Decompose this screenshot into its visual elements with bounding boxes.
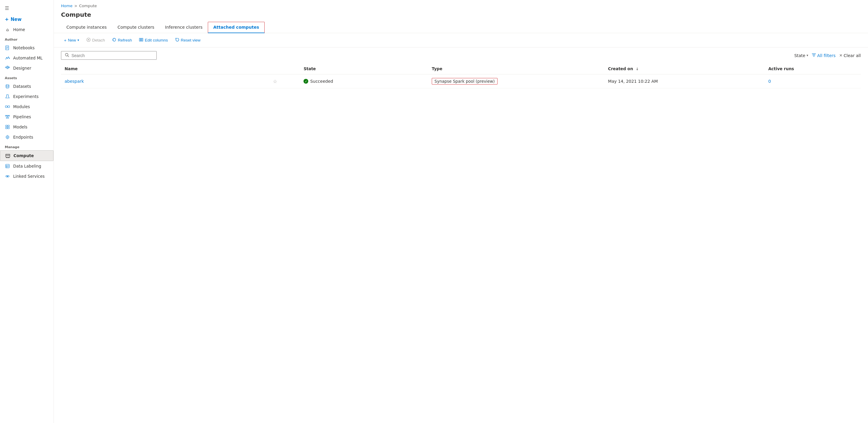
search-icon (65, 53, 69, 58)
svg-rect-6 (7, 66, 8, 67)
sidebar-item-data-labeling[interactable]: Data Labeling (0, 161, 54, 171)
favorite-star-icon[interactable]: ☆ (273, 78, 277, 84)
author-section-label: Author (0, 35, 54, 43)
svg-rect-47 (142, 38, 143, 41)
cell-state: ✓ Succeeded (300, 74, 428, 89)
search-input[interactable] (71, 53, 153, 58)
compute-icon (5, 153, 10, 158)
sidebar-item-modules[interactable]: Modules (0, 102, 54, 112)
sidebar-item-datasets[interactable]: Datasets (0, 81, 54, 91)
sidebar-item-notebooks[interactable]: Notebooks (0, 43, 54, 53)
clear-all-label: Clear all (844, 53, 861, 58)
compute-name-link[interactable]: abespark (65, 79, 84, 84)
new-toolbar-button[interactable]: + New ▾ (61, 36, 82, 44)
table-row: abespark ☆ ✓ Succeeded Synapse Spark poo… (61, 74, 861, 89)
automated-ml-icon (5, 55, 10, 61)
search-box[interactable] (61, 51, 157, 60)
modules-icon (5, 104, 10, 109)
home-icon: ⌂ (5, 27, 10, 32)
svg-line-10 (8, 67, 8, 67)
hamburger-menu-button[interactable]: ☰ (0, 2, 54, 14)
experiments-icon (5, 94, 10, 99)
sidebar-item-experiments[interactable]: Experiments (0, 91, 54, 102)
svg-rect-24 (6, 125, 7, 127)
svg-rect-19 (8, 115, 9, 116)
sidebar-item-compute[interactable]: Compute (0, 150, 54, 161)
pipelines-icon (5, 114, 10, 120)
svg-point-28 (6, 136, 9, 139)
sidebar-item-automated-ml[interactable]: Automated ML (0, 53, 54, 63)
page-title: Compute (54, 10, 868, 22)
detach-button[interactable]: Detach (84, 36, 108, 44)
reset-view-icon (175, 38, 179, 43)
main-content: Home > Compute Compute Compute instances… (54, 0, 868, 423)
sidebar-item-pipelines[interactable]: Pipelines (0, 112, 54, 122)
sidebar-item-models[interactable]: Models (0, 122, 54, 132)
toolbar: + New ▾ Detach Refresh Edit columns (54, 33, 868, 47)
active-runs-link[interactable]: 0 (768, 79, 771, 84)
detach-icon (86, 38, 91, 43)
datasets-icon (5, 84, 10, 89)
state-filter-dropdown[interactable]: State ▾ (794, 53, 808, 58)
sidebar-item-designer[interactable]: Designer (0, 63, 54, 73)
linked-services-icon (5, 173, 10, 179)
sidebar-item-label: Pipelines (13, 115, 31, 119)
status-text: Succeeded (310, 79, 333, 84)
sidebar-item-label: Home (13, 27, 25, 32)
detach-label: Detach (92, 38, 105, 42)
sidebar-item-linked-services[interactable]: Linked Services (0, 171, 54, 181)
refresh-label: Refresh (118, 38, 132, 42)
breadcrumb: Home > Compute (54, 0, 868, 10)
sidebar-item-endpoints[interactable]: Endpoints (0, 132, 54, 142)
tab-compute-instances[interactable]: Compute instances (61, 22, 112, 33)
cell-type: Synapse Spark pool (preview) (428, 74, 604, 89)
sidebar-item-label: Designer (13, 66, 31, 70)
table-header: Name State Type Created on ↓ Active runs (61, 63, 861, 74)
models-icon (5, 124, 10, 130)
breadcrumb-home-link[interactable]: Home (61, 4, 72, 8)
svg-point-43 (8, 176, 9, 177)
breadcrumb-current: Compute (79, 4, 97, 8)
tab-inference-clusters[interactable]: Inference clusters (160, 22, 208, 33)
table-body: abespark ☆ ✓ Succeeded Synapse Spark poo… (61, 74, 861, 89)
col-header-state: State (300, 63, 428, 74)
svg-rect-17 (5, 115, 7, 116)
reset-view-label: Reset view (181, 38, 200, 42)
tab-compute-clusters[interactable]: Compute clusters (112, 22, 160, 33)
cell-created-on: May 14, 2021 10:22 AM (604, 74, 765, 89)
svg-rect-37 (8, 155, 9, 156)
reset-view-button[interactable]: Reset view (172, 36, 204, 44)
sidebar-item-label: Data Labeling (13, 164, 41, 168)
sidebar-item-label: Automated ML (13, 56, 42, 60)
new-label: New (10, 17, 22, 22)
new-button[interactable]: + New (0, 14, 54, 25)
svg-rect-18 (7, 115, 8, 116)
refresh-button[interactable]: Refresh (109, 36, 135, 44)
state-filter-label: State (794, 53, 805, 58)
refresh-icon (112, 38, 116, 43)
edit-columns-label: Edit columns (145, 38, 168, 42)
compute-table: Name State Type Created on ↓ Active runs… (61, 63, 861, 89)
svg-rect-25 (8, 125, 9, 127)
sidebar-item-label: Compute (13, 153, 34, 158)
svg-rect-38 (6, 164, 9, 168)
sidebar-item-label: Endpoints (13, 135, 33, 139)
col-header-created: Created on ↓ (604, 63, 765, 74)
svg-rect-7 (7, 68, 8, 69)
sidebar-item-label: Linked Services (13, 174, 44, 178)
designer-icon (5, 65, 10, 71)
sidebar-item-home[interactable]: ⌂ Home (0, 25, 54, 35)
chevron-down-icon: ▾ (78, 38, 79, 42)
tab-bar: Compute instances Compute clusters Infer… (54, 22, 868, 33)
clear-all-button[interactable]: ✕ Clear all (839, 53, 861, 58)
tab-attached-computes[interactable]: Attached computes (208, 22, 264, 33)
hamburger-icon: ☰ (5, 5, 9, 11)
cell-active-runs: 0 (765, 74, 861, 89)
svg-rect-27 (8, 127, 9, 129)
filter-icon (812, 53, 816, 58)
svg-point-42 (6, 176, 7, 177)
svg-point-4 (9, 58, 10, 59)
all-filters-button[interactable]: All filters (812, 53, 836, 58)
edit-columns-button[interactable]: Edit columns (136, 36, 171, 44)
manage-section-label: Manage (0, 142, 54, 150)
